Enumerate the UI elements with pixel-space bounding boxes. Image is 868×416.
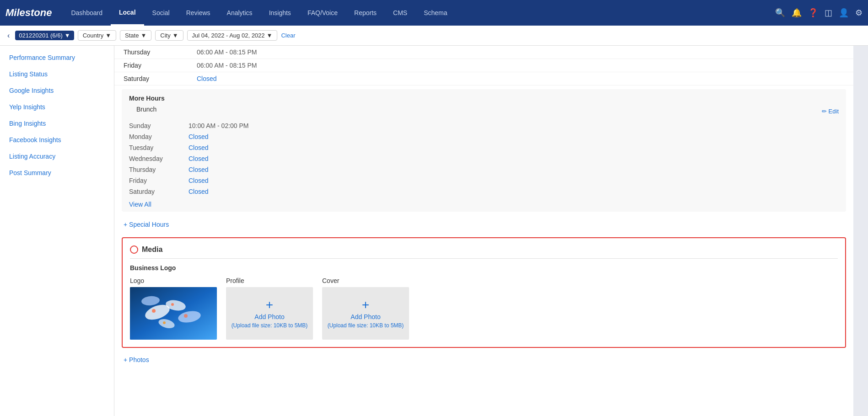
plus-icon-profile: + (266, 299, 273, 311)
brunch-time-wednesday: Closed (189, 155, 209, 162)
sidebar-item-facebook-insights[interactable]: Facebook Insights (0, 132, 114, 148)
collapse-chevron[interactable]: ‹ (5, 30, 11, 42)
nav-schema[interactable]: Schema (415, 0, 455, 26)
brunch-day-tuesday: Tuesday (129, 144, 189, 151)
search-icon[interactable]: 🔍 (775, 8, 785, 18)
more-hours-title: More Hours (129, 95, 165, 102)
media-status-circle (130, 245, 138, 254)
city-filter-label: City (160, 32, 170, 39)
profile-card-label: Profile (226, 277, 313, 284)
svg-rect-0 (130, 287, 217, 340)
date-range-label: Jul 04, 2022 - Aug 02, 2022 (192, 32, 265, 39)
sidebar-item-yelp-insights[interactable]: Yelp Insights (0, 99, 114, 115)
nav-reviews[interactable]: Reviews (178, 0, 219, 26)
logo-card: Logo (130, 277, 217, 340)
grid-icon[interactable]: ◫ (825, 8, 832, 18)
badge-dropdown-icon: ▼ (65, 32, 70, 39)
hours-time-saturday: Closed (197, 75, 217, 82)
nav-local[interactable]: Local (111, 0, 144, 26)
state-dropdown-icon: ▼ (140, 32, 146, 39)
top-nav: Milestone Dashboard Local Social Reviews… (0, 0, 868, 26)
hours-time-friday: 06:00 AM - 08:15 PM (197, 62, 257, 69)
brunch-row-tuesday: Tuesday Closed (122, 142, 846, 153)
nav-reports[interactable]: Reports (346, 0, 385, 26)
profile-add-text: Add Photo (254, 313, 284, 320)
sidebar-item-performance-summary[interactable]: Performance Summary (0, 49, 114, 66)
media-header: Media (130, 245, 838, 259)
photos-link[interactable]: + Photos (114, 352, 853, 368)
nav-cms[interactable]: CMS (385, 0, 415, 26)
pencil-icon: ✏ (822, 108, 827, 115)
brunch-time-monday: Closed (189, 133, 209, 140)
brunch-time-tuesday: Closed (189, 144, 209, 151)
date-range-filter[interactable]: Jul 04, 2022 - Aug 02, 2022 ▼ (187, 30, 278, 41)
logo-image[interactable] (130, 287, 217, 340)
hours-day-saturday: Saturday (124, 75, 197, 82)
location-badge-text: 021220201 (6/6) (19, 32, 62, 39)
logo-card-label: Logo (130, 277, 217, 284)
country-filter-label: Country (83, 32, 104, 39)
main-content: Thursday 06:00 AM - 08:15 PM Friday 06:0… (114, 46, 853, 416)
brunch-time-thursday: Closed (189, 166, 209, 173)
hours-day-thursday: Thursday (124, 48, 197, 56)
cover-card: Cover + Add Photo (Upload file size: 10K… (322, 277, 409, 340)
brunch-day-saturday: Saturday (129, 188, 189, 195)
hours-day-friday: Friday (124, 62, 197, 69)
nav-dashboard[interactable]: Dashboard (63, 0, 111, 26)
hours-row-thursday: Thursday 06:00 AM - 08:15 PM (114, 46, 853, 59)
more-hours-section: More Hours Brunch ✏ Edit Sunday 10:00 AM… (122, 89, 846, 212)
plus-icon-cover: + (362, 299, 369, 311)
location-badge[interactable]: 021220201 (6/6) ▼ (15, 31, 74, 40)
content-panel: Thursday 06:00 AM - 08:15 PM Friday 06:0… (114, 46, 853, 416)
profile-card: Profile + Add Photo (Upload file size: 1… (226, 277, 313, 340)
cover-upload-note: (Upload file size: 10KB to 5MB) (323, 322, 409, 329)
brunch-day-thursday: Thursday (129, 166, 189, 173)
sidebar: Performance Summary Listing Status Googl… (0, 46, 114, 416)
nav-insights[interactable]: Insights (261, 0, 299, 26)
city-filter[interactable]: City ▼ (155, 30, 183, 41)
main-layout: Performance Summary Listing Status Googl… (0, 46, 868, 416)
edit-button[interactable]: ✏ Edit (822, 106, 839, 117)
more-hours-header: More Hours (122, 89, 846, 106)
hours-row-saturday: Saturday Closed (114, 72, 853, 85)
clear-button[interactable]: Clear (281, 32, 295, 39)
sidebar-item-listing-accuracy[interactable]: Listing Accuracy (0, 148, 114, 165)
sub-header: ‹ 021220201 (6/6) ▼ Country ▼ State ▼ Ci… (0, 26, 868, 46)
view-all-link[interactable]: View All (122, 197, 846, 212)
bell-icon[interactable]: 🔔 (792, 8, 802, 18)
cover-add-photo[interactable]: + Add Photo (Upload file size: 10KB to 5… (322, 287, 409, 340)
sidebar-item-google-insights[interactable]: Google Insights (0, 82, 114, 99)
brunch-label: Brunch (129, 106, 164, 117)
nav-faq-voice[interactable]: FAQ/Voice (299, 0, 346, 26)
sidebar-item-bing-insights[interactable]: Bing Insights (0, 115, 114, 132)
nav-social[interactable]: Social (144, 0, 178, 26)
right-panel (853, 46, 868, 416)
country-filter[interactable]: Country ▼ (78, 30, 116, 41)
user-icon[interactable]: 👤 (839, 8, 849, 18)
city-dropdown-icon: ▼ (173, 32, 178, 39)
brunch-day-wednesday: Wednesday (129, 155, 189, 162)
state-filter[interactable]: State ▼ (120, 30, 151, 41)
sidebar-item-listing-status[interactable]: Listing Status (0, 66, 114, 82)
cover-card-label: Cover (322, 277, 409, 284)
date-dropdown-icon: ▼ (267, 32, 273, 39)
brunch-time-saturday: Closed (189, 188, 209, 195)
brunch-row-sunday: Sunday 10:00 AM - 02:00 PM (122, 120, 846, 131)
svg-point-7 (171, 303, 174, 306)
special-hours-button[interactable]: + Special Hours (114, 215, 178, 234)
gear-icon[interactable]: ⚙ (855, 8, 863, 18)
brunch-time-sunday: 10:00 AM - 02:00 PM (189, 122, 249, 129)
nav-analytics[interactable]: Analytics (219, 0, 261, 26)
hours-section: Thursday 06:00 AM - 08:15 PM Friday 06:0… (114, 46, 853, 85)
brunch-day-monday: Monday (129, 133, 189, 140)
brunch-day-friday: Friday (129, 177, 189, 184)
brunch-row-monday: Monday Closed (122, 131, 846, 142)
profile-upload-note: (Upload file size: 10KB to 5MB) (227, 322, 313, 329)
cover-add-text: Add Photo (350, 313, 380, 320)
sidebar-item-post-summary[interactable]: Post Summary (0, 165, 114, 181)
question-icon[interactable]: ❓ (808, 8, 818, 18)
brunch-day-sunday: Sunday (129, 122, 189, 129)
business-logo-label: Business Logo (130, 264, 838, 272)
profile-add-photo[interactable]: + Add Photo (Upload file size: 10KB to 5… (226, 287, 313, 340)
hours-time-thursday: 06:00 AM - 08:15 PM (197, 48, 257, 56)
